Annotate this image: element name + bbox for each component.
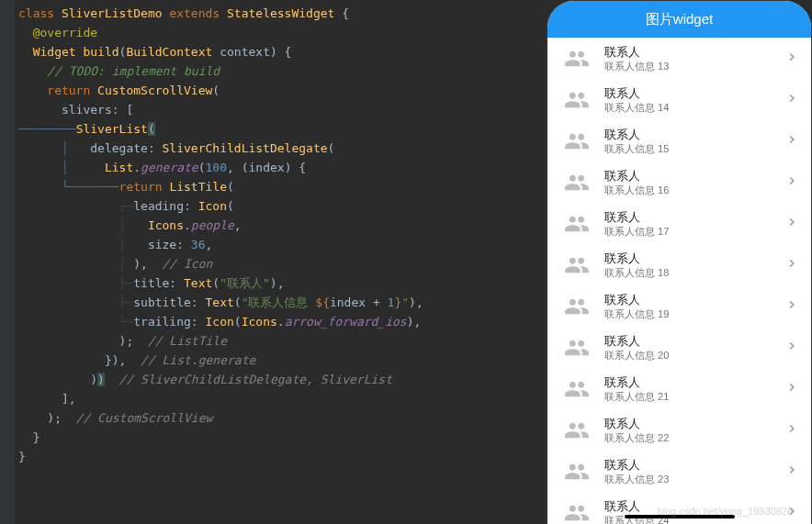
list-item[interactable]: 联系人 联系人信息 13 [547, 38, 811, 79]
code-line[interactable]: ┌─leading: Icon( [0, 196, 547, 216]
people-icon [560, 414, 593, 447]
list-item[interactable]: 联系人 联系人信息 23 [547, 451, 811, 492]
list-item[interactable]: 联系人 联系人信息 16 [547, 162, 811, 203]
tile-subtitle: 联系人信息 23 [604, 473, 785, 485]
people-icon [560, 42, 593, 75]
code-line[interactable]: slivers: [ [0, 100, 547, 119]
list-item[interactable]: 联系人 联系人信息 18 [547, 244, 811, 285]
code-line[interactable]: @override [0, 23, 547, 42]
tile-title: 联系人 [604, 128, 785, 142]
app-bar-title: 图片widget [646, 11, 713, 28]
contact-list[interactable]: 联系人 联系人信息 13 联系人 联系人信息 14 联系人 联系人信息 15 联… [547, 38, 811, 524]
tile-subtitle: 联系人信息 18 [604, 266, 785, 279]
tile-text: 联系人 联系人信息 16 [604, 169, 785, 196]
code-line[interactable]: } [0, 428, 547, 447]
people-icon [560, 496, 593, 525]
tile-subtitle: 联系人信息 13 [604, 60, 785, 72]
tile-text: 联系人 联系人信息 19 [604, 293, 785, 320]
people-icon [560, 125, 593, 158]
list-item[interactable]: 联系人 联系人信息 20 [547, 327, 811, 368]
code-line[interactable]: )) // SliverChildListDelegate, SliverLis… [0, 370, 547, 389]
tile-text: 联系人 联系人信息 13 [604, 45, 785, 72]
code-line[interactable]: ├─title: Text("联系人"), [0, 273, 547, 293]
code-line[interactable]: │ List.generate(100, (index) { [0, 158, 547, 177]
tile-text: 联系人 联系人信息 21 [604, 375, 785, 403]
gutter [0, 0, 15, 524]
code-line[interactable]: ────────SliverList( [0, 119, 547, 139]
tile-title: 联系人 [604, 86, 785, 101]
tile-subtitle: 联系人信息 22 [604, 431, 785, 444]
app-bar: 图片widget [547, 1, 811, 38]
phone-simulator: 图片widget 联系人 联系人信息 13 联系人 联系人信息 14 联系人 联… [547, 0, 812, 524]
tile-title: 联系人 [604, 169, 785, 184]
tile-subtitle: 联系人信息 17 [604, 225, 785, 238]
watermark: blog.csdn.net/yong_19930826 [658, 506, 793, 517]
tile-text: 联系人 联系人信息 17 [604, 210, 785, 238]
tile-title: 联系人 [604, 251, 785, 266]
tile-text: 联系人 联系人信息 14 [604, 86, 785, 114]
tile-text: 联系人 联系人信息 20 [604, 334, 785, 362]
tile-text: 联系人 联系人信息 15 [604, 128, 785, 155]
chevron-right-icon [785, 340, 798, 356]
people-icon [560, 166, 593, 199]
chevron-right-icon [785, 298, 798, 315]
code-line[interactable]: return CustomScrollView( [0, 81, 547, 100]
code-line[interactable]: ├─subtitle: Text("联系人信息 ${index + 1}"), [0, 293, 547, 312]
list-item[interactable]: 联系人 联系人信息 19 [547, 285, 811, 327]
tile-title: 联系人 [604, 334, 785, 349]
code-line[interactable]: │ Icons.people, [0, 216, 547, 235]
tile-subtitle: 联系人信息 15 [604, 142, 785, 155]
people-icon [560, 373, 593, 406]
people-icon [560, 290, 593, 323]
chevron-right-icon [785, 257, 798, 273]
list-item[interactable]: 联系人 联系人信息 14 [547, 79, 811, 120]
code-line[interactable]: └───────return ListTile( [0, 177, 547, 196]
tile-title: 联系人 [604, 417, 785, 431]
code-line[interactable]: Widget build(BuildContext context) { [0, 42, 547, 61]
people-icon [560, 331, 593, 364]
tile-text: 联系人 联系人信息 18 [604, 251, 785, 279]
code-editor[interactable]: class SliverListDemo extends StatelessWi… [0, 0, 547, 524]
tile-title: 联系人 [604, 45, 785, 60]
tile-subtitle: 联系人信息 20 [604, 349, 785, 362]
code-line[interactable]: │ ), // Icon [0, 254, 547, 273]
people-icon [560, 249, 593, 282]
list-item[interactable]: 联系人 联系人信息 21 [547, 368, 811, 409]
list-item[interactable]: 联系人 联系人信息 15 [547, 120, 811, 162]
tile-title: 联系人 [604, 375, 785, 390]
tile-subtitle: 联系人信息 16 [604, 184, 785, 196]
chevron-right-icon [785, 92, 798, 108]
code-line[interactable]: │ size: 36, [0, 235, 547, 254]
tile-subtitle: 联系人信息 19 [604, 307, 785, 320]
chevron-right-icon [785, 216, 798, 232]
tile-text: 联系人 联系人信息 23 [604, 458, 785, 485]
tile-title: 联系人 [604, 293, 785, 307]
tile-subtitle: 联系人信息 21 [604, 390, 785, 403]
people-icon [560, 84, 593, 117]
list-item[interactable]: 联系人 联系人信息 22 [547, 409, 811, 451]
code-line[interactable]: class SliverListDemo extends StatelessWi… [0, 4, 547, 23]
chevron-right-icon [785, 50, 798, 67]
code-line[interactable]: // TODO: implement build [0, 61, 547, 81]
tile-title: 联系人 [604, 210, 785, 225]
chevron-right-icon [785, 422, 798, 439]
code-line[interactable]: ); // ListTile [0, 331, 547, 351]
chevron-right-icon [785, 174, 798, 191]
people-icon [560, 207, 593, 240]
list-item[interactable]: 联系人 联系人信息 17 [547, 203, 811, 244]
tile-subtitle: 联系人信息 14 [604, 101, 785, 114]
code-line[interactable]: │ delegate: SliverChildListDelegate( [0, 139, 547, 158]
chevron-right-icon [785, 463, 798, 480]
tile-text: 联系人 联系人信息 22 [604, 417, 785, 444]
code-line[interactable]: } [0, 447, 547, 466]
tile-title: 联系人 [604, 458, 785, 473]
code-line[interactable]: └─trailing: Icon(Icons.arrow_forward_ios… [0, 312, 547, 331]
chevron-right-icon [785, 133, 798, 150]
people-icon [560, 455, 593, 488]
code-line[interactable]: ], [0, 389, 547, 408]
code-line[interactable]: ); // CustomScrollView [0, 408, 547, 428]
chevron-right-icon [785, 381, 798, 397]
code-line[interactable]: }), // List.generate [0, 351, 547, 370]
